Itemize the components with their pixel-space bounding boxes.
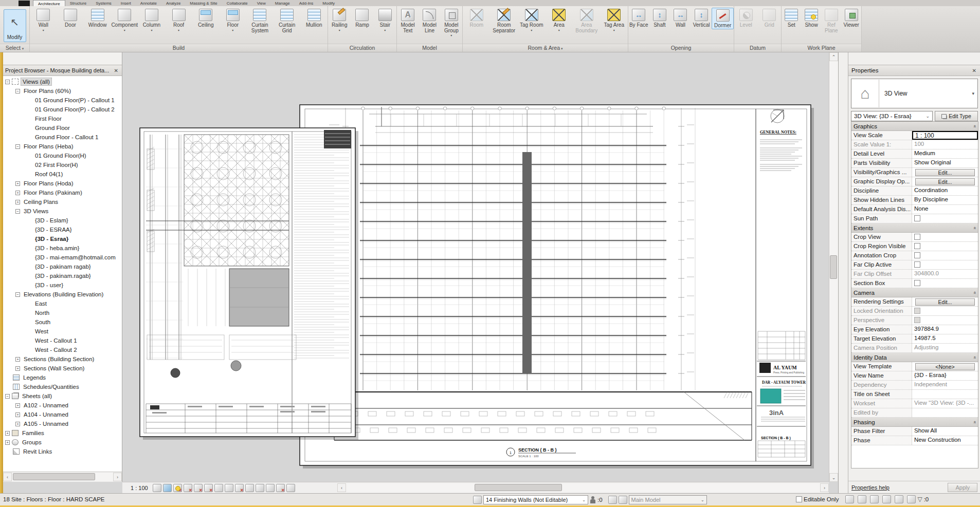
tree-item[interactable]: {3D - pakinam.ragab}: [3, 271, 122, 280]
tree-item[interactable]: 01 Ground Floor(P) - Callout 1: [3, 96, 122, 105]
type-selector[interactable]: ⌂ 3D View ▾: [851, 79, 978, 108]
value-checkbox[interactable]: [914, 215, 920, 221]
value-editbox[interactable]: 1 : 100: [912, 131, 978, 140]
show-button[interactable]: Show: [802, 8, 822, 28]
property-value[interactable]: Show Original: [912, 159, 978, 167]
tree-item[interactable]: East: [3, 299, 122, 308]
property-value[interactable]: [912, 251, 978, 260]
area-button[interactable]: Area▾: [546, 8, 573, 32]
analytical-model-icon[interactable]: ✕: [276, 484, 285, 492]
canvas-vscrollbar[interactable]: ⌃ ⌄: [829, 52, 838, 482]
tab-modify[interactable]: Modify: [318, 0, 339, 6]
tree-item[interactable]: +Floor Plans (Hoda): [3, 179, 122, 188]
section-header-camera[interactable]: Camera«: [851, 288, 978, 297]
collapse-icon[interactable]: −: [15, 209, 20, 214]
worksharing-display-icon[interactable]: [256, 484, 264, 492]
value-button[interactable]: Edit...: [915, 178, 975, 185]
property-value[interactable]: [912, 408, 978, 417]
reveal-hidden-icon[interactable]: [245, 484, 254, 492]
mullion-button[interactable]: Mullion: [300, 8, 328, 28]
temporary-view-properties-icon[interactable]: [266, 484, 275, 492]
tree-item[interactable]: +A104 - Unnamed: [3, 410, 122, 419]
tab-structure[interactable]: Structure: [65, 0, 91, 6]
application-menu-button[interactable]: [19, 1, 30, 6]
expand-icon[interactable]: +: [15, 403, 20, 408]
collapse-icon[interactable]: −: [5, 394, 10, 399]
curtain-system-button[interactable]: Curtain System: [246, 8, 274, 33]
tree-item[interactable]: West - Callout 2: [3, 345, 122, 354]
expand-icon[interactable]: +: [15, 357, 20, 362]
detail-level-icon[interactable]: [153, 484, 161, 492]
crop-view-icon[interactable]: ✕: [204, 484, 213, 492]
property-value[interactable]: Medium: [912, 149, 978, 158]
value-checkbox[interactable]: [914, 280, 920, 286]
property-value[interactable]: [912, 307, 978, 315]
tree-item[interactable]: +A102 - Unnamed: [3, 401, 122, 410]
property-value[interactable]: Edit...: [912, 168, 978, 177]
temporary-hide-isolate-icon[interactable]: ✕: [235, 484, 244, 492]
tag-room-button[interactable]: Tag Room▾: [518, 8, 546, 32]
select-panel-label[interactable]: Select ▾: [0, 44, 29, 52]
expand-icon[interactable]: +: [15, 422, 20, 426]
tag-area-button[interactable]: Tag Area▾: [601, 8, 628, 32]
model-line-button[interactable]: Model Line: [419, 8, 440, 33]
tree-item[interactable]: +Groups: [3, 438, 122, 447]
property-value[interactable]: 100: [912, 140, 978, 149]
vertical-button[interactable]: Vertical: [691, 8, 712, 28]
select-by-face-icon[interactable]: [882, 495, 891, 503]
model-group-button[interactable]: Model Group▾: [441, 8, 462, 37]
tab-view[interactable]: View: [252, 0, 270, 6]
property-value[interactable]: Independent: [912, 381, 978, 389]
property-value[interactable]: [912, 214, 978, 223]
tree-item[interactable]: −Floor Plans (Heba): [3, 142, 122, 151]
collapse-icon[interactable]: −: [15, 144, 20, 149]
worksets-icon[interactable]: [473, 496, 482, 504]
collapse-icon[interactable]: −: [15, 89, 20, 93]
select-pinned-icon[interactable]: [870, 495, 879, 503]
select-underlay-icon[interactable]: [858, 495, 866, 503]
property-value[interactable]: New Construction: [912, 436, 978, 445]
property-value[interactable]: Adjusting: [912, 344, 978, 352]
floor-button[interactable]: Floor▾: [219, 8, 246, 32]
property-value[interactable]: 304800.0: [912, 270, 978, 278]
property-value[interactable]: Edit...: [912, 297, 978, 306]
door-button[interactable]: Door: [57, 8, 84, 28]
expand-icon[interactable]: +: [15, 181, 20, 186]
canvas-hscrollbar[interactable]: ‹ ›: [337, 482, 829, 493]
project-browser-hscrollbar[interactable]: ‹ ›: [3, 472, 122, 482]
property-value[interactable]: [912, 316, 978, 325]
select-links-icon[interactable]: [845, 495, 854, 503]
tree-item[interactable]: −Views (all): [3, 77, 122, 86]
close-icon[interactable]: ✕: [971, 68, 977, 73]
value-button[interactable]: Edit...: [915, 298, 975, 306]
property-value[interactable]: View "3D View: {3D -...: [912, 399, 978, 408]
scroll-up-icon[interactable]: ⌃: [829, 52, 838, 61]
stair-button[interactable]: Stair▾: [374, 8, 396, 32]
scroll-right-icon[interactable]: ›: [820, 483, 829, 492]
tree-item[interactable]: +A105 - Unnamed: [3, 419, 122, 428]
property-value[interactable]: {3D - Esraa}: [912, 371, 978, 380]
property-value[interactable]: Edit...: [912, 177, 978, 186]
tree-item[interactable]: −Sheets (all): [3, 391, 122, 401]
value-button[interactable]: Edit...: [915, 169, 975, 176]
drag-on-selection-icon[interactable]: [895, 495, 903, 503]
tab-insert[interactable]: Insert: [116, 0, 136, 6]
ramp-button[interactable]: Ramp: [351, 8, 373, 28]
expand-icon[interactable]: +: [5, 440, 10, 445]
tree-item[interactable]: 02 First Floor(H): [3, 160, 122, 170]
properties-help-link[interactable]: Properties help: [851, 484, 890, 491]
edit-type-button[interactable]: Edit Type: [935, 111, 978, 121]
tree-item[interactable]: +Families: [3, 428, 122, 438]
tree-item[interactable]: {3D - mai-emam@hotmail.com: [3, 253, 122, 262]
borrowers-icon[interactable]: [590, 496, 596, 504]
tree-item[interactable]: West - Callout 1: [3, 336, 122, 345]
tree-item[interactable]: West: [3, 327, 122, 336]
sun-path-icon[interactable]: ✕: [173, 484, 182, 492]
value-checkbox[interactable]: [914, 252, 920, 258]
modify-button[interactable]: ↖ Modify: [4, 9, 26, 42]
drawing-area[interactable]: GENERAL NOTES: AL YAUM Press, Printing a…: [122, 52, 838, 493]
tree-item[interactable]: {3D - pakinam ragab}: [3, 262, 122, 271]
roof-button[interactable]: Roof▾: [165, 8, 192, 32]
tree-item[interactable]: +Ceiling Plans: [3, 197, 122, 206]
railing-button[interactable]: Railing▾: [328, 8, 351, 32]
